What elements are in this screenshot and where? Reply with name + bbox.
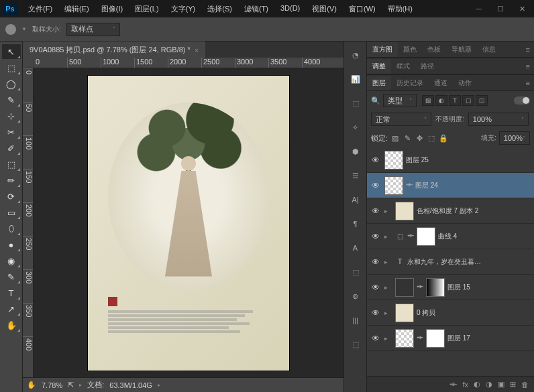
dock-icon-9[interactable]: ⬚ xyxy=(348,264,364,280)
filter-smart-icon[interactable]: ◫ xyxy=(476,95,488,106)
menu-item[interactable]: 滤镜(T) xyxy=(239,1,274,17)
panel-tab[interactable]: 图层 xyxy=(367,76,391,90)
menu-item[interactable]: 文件(F) xyxy=(23,1,58,17)
layer-mask-icon[interactable]: ◐ xyxy=(474,380,480,389)
menu-item[interactable]: 图像(I) xyxy=(96,1,128,17)
layer-name[interactable]: 图层 15 xyxy=(447,283,531,292)
dock-icon-10[interactable]: ⊚ xyxy=(348,288,364,304)
tool-7[interactable]: ⬚ xyxy=(2,157,21,172)
expand-icon[interactable]: ▸ xyxy=(384,259,392,265)
dock-icon-7[interactable]: ¶ xyxy=(348,216,364,232)
opacity-input[interactable]: 100%˅ xyxy=(468,113,529,126)
menu-item[interactable]: 窗口(W) xyxy=(343,1,381,17)
layer-mask-thumbnail[interactable] xyxy=(417,227,435,246)
document-tab[interactable]: 9V0A0885 拷贝.psd @ 7.78% (图层 24, RGB/8) *… xyxy=(23,42,205,58)
expand-icon[interactable]: ▸ xyxy=(384,284,392,291)
visibility-icon[interactable]: 👁 xyxy=(370,308,382,318)
layer-row[interactable]: 👁▸⬲图层 15 xyxy=(367,275,534,300)
tool-preset-icon[interactable] xyxy=(5,24,16,35)
layer-row[interactable]: 👁▸⬚⬲曲线 4 xyxy=(367,224,534,249)
layer-thumbnail[interactable] xyxy=(395,278,414,297)
layer-row[interactable]: 👁▸色相/饱和度 7 副本 2 xyxy=(367,198,534,224)
tool-0[interactable]: ↖ xyxy=(2,44,21,59)
visibility-icon[interactable]: 👁 xyxy=(370,334,382,343)
layer-row[interactable]: 👁图层 25 xyxy=(367,147,534,173)
dock-icon-1[interactable]: 📊 xyxy=(348,71,364,87)
lock-brush-icon[interactable]: ✎ xyxy=(403,133,412,143)
menu-item[interactable]: 视图(V) xyxy=(307,1,342,17)
layer-thumbnail[interactable] xyxy=(384,151,403,170)
panel-tab[interactable]: 通道 xyxy=(429,76,453,90)
tool-14[interactable]: ✎ xyxy=(2,269,21,284)
tool-5[interactable]: ✂ xyxy=(2,125,21,139)
tool-12[interactable]: ● xyxy=(2,237,21,252)
tool-9[interactable]: ⟳ xyxy=(2,189,21,204)
layer-row[interactable]: 👁⬲图层 24 xyxy=(367,173,534,198)
lock-pixels-icon[interactable]: ▨ xyxy=(390,133,400,143)
maximize-button[interactable]: ☐ xyxy=(491,3,510,15)
tool-3[interactable]: ✎ xyxy=(2,92,21,107)
link-layers-icon[interactable]: ⬲ xyxy=(449,381,457,389)
tool-16[interactable]: ↗ xyxy=(2,302,21,316)
filter-shape-icon[interactable]: ▢ xyxy=(462,95,474,106)
filter-type-icon[interactable]: T xyxy=(449,95,461,106)
visibility-icon[interactable]: 👁 xyxy=(370,283,382,292)
panel-menu-icon[interactable]: ≡ xyxy=(522,62,534,70)
dock-icon-5[interactable]: ☰ xyxy=(348,168,364,184)
status-menu-icon[interactable]: ▸ xyxy=(79,382,82,388)
layer-name[interactable]: 图层 24 xyxy=(415,181,531,190)
dock-icon-8[interactable]: A xyxy=(348,240,364,256)
expand-icon[interactable]: ▸ xyxy=(384,233,392,240)
layer-fx-icon[interactable]: fx xyxy=(462,381,468,389)
dock-icon-6[interactable]: A| xyxy=(348,192,364,208)
panel-tab[interactable]: 颜色 xyxy=(398,42,422,57)
status-submenu-icon[interactable]: ▸ xyxy=(158,382,160,388)
layer-thumbnail[interactable] xyxy=(384,176,403,195)
layer-name[interactable]: 永和九年，岁在癸丑暮… xyxy=(407,257,531,267)
canvas[interactable] xyxy=(34,68,343,377)
fill-input[interactable]: 100%˅ xyxy=(499,131,530,145)
expand-icon[interactable]: ▸ xyxy=(384,335,392,342)
menu-item[interactable]: 图层(L) xyxy=(129,1,164,17)
tool-15[interactable]: T xyxy=(2,285,21,300)
panel-menu-icon[interactable]: ≡ xyxy=(522,46,534,54)
sample-size-select[interactable]: 取样点˅ xyxy=(66,23,120,36)
tool-6[interactable]: ✐ xyxy=(2,141,21,155)
layer-name[interactable]: 0 拷贝 xyxy=(417,308,531,318)
panel-tab[interactable]: 调整 xyxy=(367,59,391,74)
visibility-icon[interactable]: 👁 xyxy=(370,257,382,267)
panel-menu-icon[interactable]: ≡ xyxy=(522,79,534,87)
minimize-button[interactable]: ─ xyxy=(470,3,488,15)
layer-name[interactable]: 曲线 4 xyxy=(438,232,531,241)
panel-tab[interactable]: 信息 xyxy=(477,42,501,57)
dock-icon-11[interactable]: ||| xyxy=(348,312,364,328)
ruler-horizontal[interactable]: 05001000150020002500300035004000 xyxy=(34,58,343,68)
visibility-icon[interactable]: 👁 xyxy=(370,232,382,241)
layer-thumbnail[interactable] xyxy=(395,202,414,220)
lock-artboard-icon[interactable]: ⬚ xyxy=(427,133,436,143)
hand-tool-icon[interactable]: ✋ xyxy=(27,381,36,389)
layer-mask-thumbnail[interactable] xyxy=(426,278,445,297)
filter-pixel-icon[interactable]: ▨ xyxy=(422,95,434,106)
tool-1[interactable]: ⬚ xyxy=(2,60,21,75)
tool-10[interactable]: ▭ xyxy=(2,205,21,220)
export-icon[interactable]: ⇱ xyxy=(68,381,74,389)
blend-mode-select[interactable]: 正常˅ xyxy=(371,113,431,126)
panel-tab[interactable]: 路径 xyxy=(415,59,439,74)
visibility-icon[interactable]: 👁 xyxy=(370,206,382,216)
layer-name[interactable]: 图层 25 xyxy=(406,155,531,165)
dock-icon-2[interactable]: ⬚ xyxy=(348,95,364,111)
layer-row[interactable]: 👁▸0 拷贝 xyxy=(367,300,534,326)
delete-layer-icon[interactable]: 🗑 xyxy=(521,381,529,389)
filter-toggle[interactable] xyxy=(514,96,530,105)
tool-11[interactable]: ⬯ xyxy=(2,221,21,236)
ruler-vertical[interactable]: 050100150200250300350400 xyxy=(23,68,34,377)
close-tab-icon[interactable]: × xyxy=(195,46,199,54)
panel-tab[interactable]: 色板 xyxy=(422,42,446,57)
menu-item[interactable]: 帮助(H) xyxy=(382,1,418,17)
tool-13[interactable]: ◉ xyxy=(2,253,21,268)
menu-item[interactable]: 编辑(E) xyxy=(59,1,95,17)
new-group-icon[interactable]: ▣ xyxy=(498,380,504,389)
tool-8[interactable]: ✏ xyxy=(2,173,21,188)
panel-tab[interactable]: 动作 xyxy=(453,76,477,90)
